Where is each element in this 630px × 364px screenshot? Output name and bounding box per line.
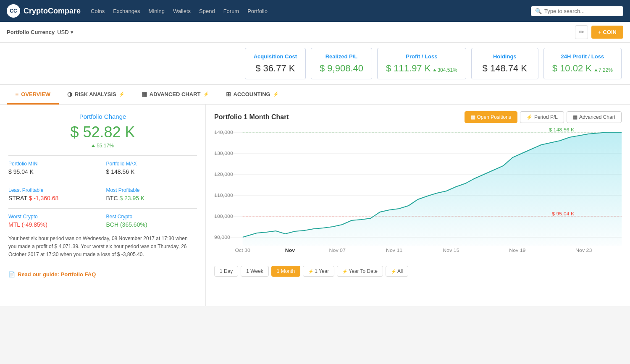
left-panel: Portfolio Change $ 52.82 K 55.17% Portfo…: [0, 105, 206, 306]
accounting-lightning-icon: ⚡: [273, 92, 279, 97]
metric-label-profitloss: Profit / Loss: [386, 53, 457, 60]
metric-realized-pl: Realized P/L $ 9,908.40: [311, 48, 372, 79]
open-positions-button[interactable]: ▦ Open Positions: [465, 111, 517, 123]
stat-label-least: Least Profitable: [8, 187, 100, 193]
tab-overview[interactable]: ≡ OVERVIEW: [7, 85, 59, 105]
chart-container: 140,000 130,000 120,000 110,000 100,000 …: [214, 128, 622, 279]
advanced-chart-icon: ▦: [573, 114, 578, 120]
add-coin-button[interactable]: + COIN: [591, 26, 623, 39]
metric-profit-loss: Profit / Loss $ 111.97 K 304.51%: [377, 48, 466, 79]
svg-text:Nov 23: Nov 23: [575, 248, 592, 253]
stats-description: Your best six hour period was on Wednesd…: [8, 235, 197, 259]
stat-portfolio-min: Portfolio MIN $ 95.04 K: [8, 161, 100, 175]
svg-text:Nov 07: Nov 07: [329, 248, 346, 253]
overview-icon: ≡: [15, 91, 18, 97]
stat-label-max: Portfolio MAX: [106, 161, 197, 167]
svg-text:90,000: 90,000: [214, 235, 230, 240]
stat-worst-crypto: Worst Crypto MTL (-49.85%): [8, 214, 100, 228]
tabs-bar: ≡ OVERVIEW ◑ RISK ANALYSIS ⚡ ▦ ADVANCED …: [0, 85, 630, 105]
edit-icon[interactable]: ✏: [575, 25, 588, 39]
portfolio-change-value: $ 52.82 K: [8, 123, 197, 141]
navbar: CC CryptoCompare Coins Exchanges Mining …: [0, 0, 630, 22]
tf-all[interactable]: ⚡ All: [386, 266, 408, 277]
faq-link[interactable]: 📄 Read our guide: Portfolio FAQ: [8, 266, 197, 283]
svg-text:Nov 15: Nov 15: [443, 248, 459, 253]
metric-value-24h: $ 10.02 K 7.22%: [552, 63, 613, 74]
tf-ytd[interactable]: ⚡ Year To Date: [337, 266, 383, 277]
svg-text:130,000: 130,000: [214, 151, 233, 156]
logo-text: CryptoCompare: [24, 7, 81, 16]
stat-value-max: $ 148.56 K: [106, 168, 197, 175]
nav-link-wallets[interactable]: Wallets: [173, 8, 191, 14]
tab-accounting[interactable]: ⊞ ACCOUNTING ⚡: [218, 85, 287, 105]
chart-title: Portfolio 1 Month Chart: [214, 113, 289, 121]
tf-1month[interactable]: 1 Month: [271, 266, 300, 277]
nav-link-mining[interactable]: Mining: [149, 8, 165, 14]
svg-text:Nov 19: Nov 19: [509, 248, 525, 253]
divider-1: [8, 155, 197, 156]
svg-text:Oct 30: Oct 30: [235, 248, 250, 253]
chart-buttons: ▦ Open Positions ⚡ Period P/L ▦ Advanced…: [465, 111, 622, 123]
stat-label-best: Best Crypto: [106, 214, 197, 220]
svg-text:100,000: 100,000: [214, 214, 233, 219]
stats-grid-3: Worst Crypto MTL (-49.85%) Best Crypto B…: [8, 214, 197, 228]
advanced-chart-button[interactable]: ▦ Advanced Chart: [567, 111, 622, 123]
metric-label-realized: Realized P/L: [320, 53, 363, 60]
stat-most-profitable: Most Profitable BTC $ 23.95 K: [106, 187, 197, 202]
logo-icon: CC: [7, 4, 20, 18]
timeframe-row: 1 Day 1 Week 1 Month ⚡ 1 Year ⚡ Year To …: [214, 266, 622, 277]
chart-lightning-icon: ⚡: [203, 92, 209, 97]
tab-risk-analysis[interactable]: ◑ RISK ANALYSIS ⚡: [59, 85, 133, 105]
profit24h-arrow: [594, 69, 598, 71]
search-box[interactable]: 🔍: [531, 6, 623, 16]
metric-24h-profit: 24H Profit / Loss $ 10.02 K 7.22%: [543, 48, 622, 79]
period-pl-icon: ⚡: [526, 114, 533, 120]
nav-link-forum[interactable]: Forum: [223, 8, 239, 14]
svg-text:$ 95.04 K: $ 95.04 K: [552, 211, 574, 216]
tf-1year[interactable]: ⚡ 1 Year: [303, 266, 334, 277]
stat-least-profitable: Least Profitable STRAT $ -1,360.68: [8, 187, 100, 202]
nav-link-exchanges[interactable]: Exchanges: [113, 8, 140, 14]
stat-portfolio-max: Portfolio MAX $ 148.56 K: [106, 161, 197, 175]
tf-1day[interactable]: 1 Day: [214, 266, 238, 277]
profit-loss-arrow: [433, 69, 436, 71]
logo[interactable]: CC CryptoCompare: [7, 4, 81, 18]
stat-value-worst: MTL (-49.85%): [8, 221, 100, 228]
risk-lightning-icon: ⚡: [119, 92, 125, 97]
stat-value-least: STRAT $ -1,360.68: [8, 195, 100, 202]
metric-acquisition-cost: Acquisition Cost $ 36.77 K: [245, 48, 306, 79]
svg-text:140,000: 140,000: [214, 130, 233, 135]
stats-grid-2: Least Profitable STRAT $ -1,360.68 Most …: [8, 187, 197, 202]
year-lightning-icon: ⚡: [308, 269, 313, 274]
tf-1week[interactable]: 1 Week: [241, 266, 268, 277]
main-content: Portfolio Change $ 52.82 K 55.17% Portfo…: [0, 105, 630, 306]
stat-label-min: Portfolio MIN: [8, 161, 100, 167]
currency-dropdown-icon[interactable]: ▾: [71, 29, 74, 35]
metric-value-acquisition: $ 36.77 K: [254, 63, 297, 74]
stat-best-crypto: Best Crypto BCH (365.60%): [106, 214, 197, 228]
portfolio-currency-value: USD: [57, 29, 68, 35]
ytd-lightning-icon: ⚡: [342, 269, 347, 274]
period-pl-button[interactable]: ⚡ Period P/L: [520, 111, 564, 123]
search-icon: 🔍: [535, 8, 542, 14]
portfolio-currency-label: Portfolio Currency: [7, 29, 55, 35]
chart-header: Portfolio 1 Month Chart ▦ Open Positions…: [214, 111, 622, 123]
open-positions-icon: ▦: [471, 114, 475, 120]
stat-value-min: $ 95.04 K: [8, 168, 100, 175]
metric-holdings: Holdings $ 148.74 K: [471, 48, 538, 79]
tab-advanced-chart[interactable]: ▦ ADVANCED CHART ⚡: [133, 85, 218, 105]
metric-label-holdings: Holdings: [480, 53, 530, 60]
metrics-bar: Acquisition Cost $ 36.77 K Realized P/L …: [0, 43, 630, 85]
risk-icon: ◑: [67, 91, 72, 97]
nav-link-spend[interactable]: Spend: [199, 8, 215, 14]
portfolio-change-title: Portfolio Change: [8, 113, 197, 120]
metric-value-holdings: $ 148.74 K: [480, 63, 530, 74]
search-input[interactable]: [544, 8, 619, 14]
nav-links: Coins Exchanges Mining Wallets Spend For…: [91, 8, 531, 14]
nav-link-coins[interactable]: Coins: [91, 8, 105, 14]
metric-value-profitloss: $ 111.97 K 304.51%: [386, 63, 457, 74]
nav-link-portfolio[interactable]: Portfolio: [247, 8, 268, 14]
portfolio-currency: Portfolio Currency USD ▾: [7, 29, 74, 35]
stat-label-worst: Worst Crypto: [8, 214, 100, 220]
divider-2: [8, 182, 197, 182]
